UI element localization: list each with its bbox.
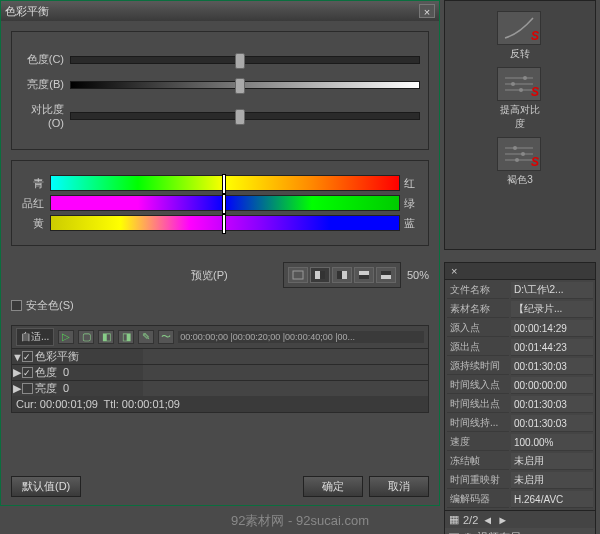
slider-thumb[interactable] <box>235 78 245 94</box>
info-tabs: × <box>445 263 595 280</box>
split-mode-1[interactable] <box>288 267 308 283</box>
safe-color-checkbox[interactable] <box>11 300 22 311</box>
timeline-ruler[interactable]: 00:00:00;00 |00:00:20;00 |00:00:40;00 |0… <box>178 331 424 343</box>
cyan-red-slider[interactable] <box>50 175 400 191</box>
svg-rect-1 <box>315 271 320 279</box>
fx-name: 视频布局 <box>477 530 521 534</box>
slider-thumb[interactable] <box>222 194 226 214</box>
cyan-label: 青 <box>20 176 50 191</box>
slider-thumb[interactable] <box>222 174 226 194</box>
play-icon[interactable]: ▷ <box>58 330 74 344</box>
red-label: 红 <box>400 176 420 191</box>
track-lane[interactable] <box>143 381 428 396</box>
split-mode-4[interactable] <box>354 267 374 283</box>
effect-item-sepia[interactable]: S 褐色3 <box>497 137 543 187</box>
titlebar[interactable]: 色彩平衡 × <box>1 1 439 21</box>
s-badge-icon: S <box>531 29 539 43</box>
contrast-slider[interactable] <box>70 112 420 120</box>
svg-point-18 <box>521 152 525 156</box>
track-lane[interactable] <box>143 349 428 364</box>
info-value: 00:01:44:23 <box>511 339 593 356</box>
watermark: 92素材网 - 92sucai.com <box>0 512 600 530</box>
slider-thumb[interactable] <box>222 214 226 234</box>
tl-icon-2[interactable]: ◧ <box>98 330 114 344</box>
track-checkbox[interactable] <box>22 383 33 394</box>
info-key: 冻结帧 <box>447 453 509 470</box>
expand-icon[interactable]: ▶ <box>12 366 22 379</box>
svg-rect-6 <box>359 275 369 279</box>
green-label: 绿 <box>400 196 420 211</box>
expand-icon[interactable]: ▶ <box>12 382 22 395</box>
brightness-slider[interactable] <box>70 81 420 89</box>
track-checkbox[interactable] <box>22 367 33 378</box>
info-value: 00:01:30:03 <box>511 396 593 413</box>
slider-thumb[interactable] <box>235 109 245 125</box>
timeline-track[interactable]: ▶亮度 0 <box>12 380 428 396</box>
svg-point-16 <box>513 146 517 150</box>
effect-label: 反转 <box>497 47 543 61</box>
info-key: 编解码器 <box>447 491 509 508</box>
tl-icon-1[interactable]: ▢ <box>78 330 94 344</box>
info-row: 冻结帧未启用 <box>447 453 593 470</box>
info-value: 未启用 <box>511 453 593 470</box>
info-value: H.264/AVC <box>511 491 593 508</box>
info-value: 00:01:30:03 <box>511 415 593 432</box>
info-key: 文件名称 <box>447 282 509 299</box>
status-ttl: Ttl: 00:00:01;09 <box>104 398 180 410</box>
blue-label: 蓝 <box>400 216 420 231</box>
effect-item-invert[interactable]: S 反转 <box>497 11 543 61</box>
split-mode-2[interactable] <box>310 267 330 283</box>
timeline-tracks: ▼色彩平衡▶色度 0▶亮度 0 <box>12 348 428 396</box>
tl-icon-5[interactable]: 〜 <box>158 330 174 344</box>
timeline-track[interactable]: ▼色彩平衡 <box>12 348 428 364</box>
close-icon[interactable]: × <box>419 4 435 18</box>
timeline-track[interactable]: ▶色度 0 <box>12 364 428 380</box>
info-row: 时间重映射未启用 <box>447 472 593 489</box>
split-mode-5[interactable] <box>376 267 396 283</box>
magenta-green-slider[interactable] <box>50 195 400 211</box>
split-mode-3[interactable] <box>332 267 352 283</box>
cancel-button[interactable]: 取消 <box>369 476 429 497</box>
svg-rect-8 <box>381 275 391 279</box>
svg-rect-4 <box>342 271 347 279</box>
fit-dropdown[interactable]: 自适... <box>16 328 54 346</box>
svg-point-14 <box>519 88 523 92</box>
info-row: 源持续时间00:01:30:03 <box>447 358 593 375</box>
chroma-slider[interactable] <box>70 56 420 64</box>
track-lane[interactable] <box>143 365 428 380</box>
magenta-label: 品红 <box>20 196 50 211</box>
svg-rect-2 <box>320 271 325 279</box>
info-tab[interactable]: × <box>445 263 463 279</box>
ok-button[interactable]: 确定 <box>303 476 363 497</box>
preview-percent: 50% <box>407 269 429 281</box>
tone-panel: 色度(C) 亮度(B) 对比度(O) <box>11 31 429 150</box>
s-badge-icon: S <box>531 85 539 99</box>
info-value: 00:01:30:03 <box>511 358 593 375</box>
svg-point-12 <box>511 82 515 86</box>
yellow-blue-slider[interactable] <box>50 215 400 231</box>
track-name: 亮度 0 <box>33 381 143 396</box>
info-value: D:\工作\2... <box>511 282 593 299</box>
timeline-status: Cur: 00:00:01;09 Ttl: 00:00:01;09 <box>12 396 428 412</box>
default-button[interactable]: 默认值(D) <box>11 476 81 497</box>
tl-icon-3[interactable]: ◨ <box>118 330 134 344</box>
effects-panel: S 反转 S 提高对比度 S 褐色3 <box>444 0 596 250</box>
dialog-title: 色彩平衡 <box>5 4 49 19</box>
info-key: 时间线入点 <box>447 377 509 394</box>
info-value: 未启用 <box>511 472 593 489</box>
svg-rect-7 <box>381 271 391 275</box>
expand-icon[interactable]: ▼ <box>12 351 22 363</box>
info-value: 00:00:14:29 <box>511 320 593 337</box>
info-key: 时间线出点 <box>447 396 509 413</box>
info-row: 文件名称D:\工作\2... <box>447 282 593 299</box>
tl-icon-4[interactable]: ✎ <box>138 330 154 344</box>
svg-rect-3 <box>337 271 342 279</box>
info-table: 文件名称D:\工作\2...素材名称【纪录片...源入点00:00:14:29源… <box>445 280 595 510</box>
svg-point-20 <box>515 158 519 162</box>
slider-thumb[interactable] <box>235 53 245 69</box>
track-checkbox[interactable] <box>22 351 33 362</box>
track-name: 色度 0 <box>33 365 143 380</box>
info-row: 源入点00:00:14:29 <box>447 320 593 337</box>
info-key: 时间线持... <box>447 415 509 432</box>
effect-item-contrast[interactable]: S 提高对比度 <box>497 67 543 131</box>
